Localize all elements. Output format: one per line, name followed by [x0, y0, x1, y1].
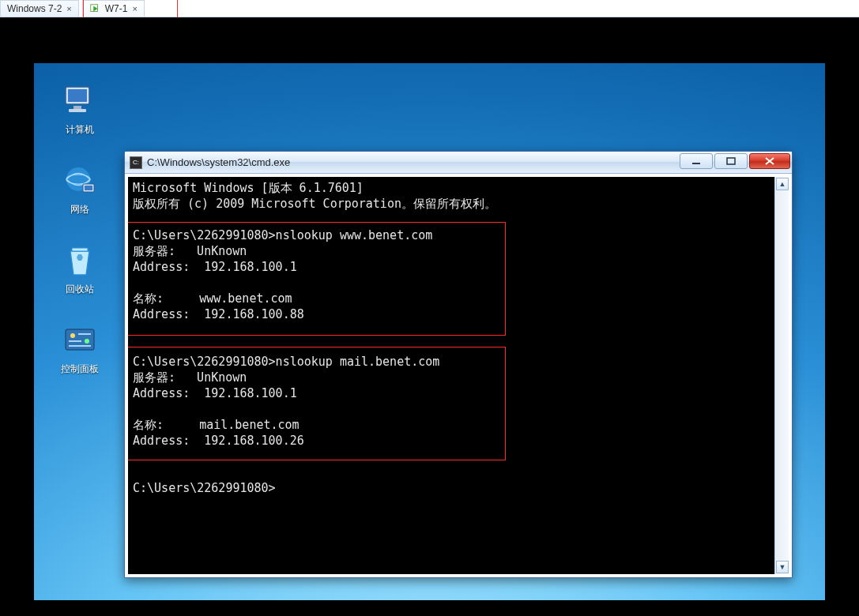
cmd-line: Address: 192.168.100.26: [133, 434, 304, 448]
icon-label: 控制面板: [61, 362, 99, 376]
cmd-line: C:\Users\2262991080>nslookup www.benet.c…: [133, 228, 432, 242]
svg-point-12: [70, 333, 75, 338]
svg-rect-11: [66, 329, 94, 350]
tab-label: W7-1: [105, 3, 128, 14]
cmd-line: Microsoft Windows [版本 6.1.7601]: [133, 181, 364, 195]
window-controls: [680, 153, 790, 169]
tab-label: Windows 7-2: [7, 3, 62, 14]
cmd-line: Address: 192.168.100.88: [133, 307, 304, 321]
cmd-scrollbar-vertical[interactable]: ▲ ▼: [774, 177, 789, 574]
cmd-line: 服务器: UnKnown: [133, 244, 247, 258]
minimize-button[interactable]: [680, 153, 713, 169]
close-button[interactable]: [749, 153, 790, 169]
host-tabstrip: Windows 7-2 × W7-1 ×: [0, 0, 859, 17]
close-icon: [764, 156, 775, 166]
cmd-icon: C:: [130, 156, 142, 169]
svg-rect-4: [73, 106, 81, 109]
svg-rect-20: [727, 158, 735, 164]
maximize-button[interactable]: [714, 153, 748, 169]
svg-rect-16: [69, 345, 91, 347]
cmd-line: 版权所有 (c) 2009 Microsoft Corporation。保留所有…: [133, 197, 496, 211]
desktop-icon-network[interactable]: 网络: [48, 162, 111, 216]
desktop-icon-computer[interactable]: 计算机: [48, 82, 111, 137]
desktop-icons: 计算机 网络 回收站 控制面板: [48, 82, 111, 376]
icon-label: 回收站: [66, 283, 94, 296]
svg-point-15: [85, 339, 89, 344]
maximize-icon: [726, 157, 736, 165]
cmd-title: C:\Windows\system32\cmd.exe: [147, 156, 290, 168]
desktop-icon-recycle-bin[interactable]: 回收站: [48, 242, 111, 296]
host-tab-windows-7-2[interactable]: Windows 7-2 ×: [0, 0, 79, 17]
close-icon[interactable]: ×: [66, 4, 71, 13]
cmd-line: 服务器: UnKnown: [133, 370, 247, 385]
computer-icon: [61, 82, 99, 120]
windows-desktop[interactable]: 计算机 网络 回收站 控制面板: [34, 63, 825, 600]
cmd-line: Address: 192.168.100.1: [133, 260, 297, 274]
cmd-line: C:\Users\2262991080>nslookup mail.benet.…: [133, 355, 439, 369]
cmd-titlebar[interactable]: C: C:\Windows\system32\cmd.exe: [125, 152, 792, 174]
scroll-down-button[interactable]: ▼: [776, 561, 789, 573]
svg-rect-13: [78, 333, 91, 335]
svg-rect-14: [69, 340, 81, 342]
icon-label: 计算机: [66, 123, 94, 137]
svg-rect-9: [85, 186, 92, 190]
cmd-window: C: C:\Windows\system32\cmd.exe Microsoft…: [124, 151, 793, 578]
network-icon: [61, 162, 99, 200]
cmd-line: 名称: www.benet.com: [133, 291, 292, 306]
minimize-icon: [691, 157, 701, 165]
icon-label: 网络: [70, 203, 89, 216]
desktop-icon-control-panel[interactable]: 控制面板: [48, 321, 111, 376]
vm-running-icon: [89, 3, 100, 14]
host-tab-w7-1[interactable]: W7-1 ×: [82, 0, 145, 17]
cmd-client-area: Microsoft Windows [版本 6.1.7601] 版权所有 (c)…: [125, 174, 792, 577]
cmd-line: C:\Users\2262991080>: [133, 481, 276, 495]
cmd-output[interactable]: Microsoft Windows [版本 6.1.7601] 版权所有 (c)…: [128, 177, 774, 574]
scroll-up-button[interactable]: ▲: [776, 178, 789, 190]
recycle-bin-icon: [61, 242, 99, 280]
svg-rect-10: [72, 248, 88, 251]
close-icon[interactable]: ×: [132, 4, 137, 13]
svg-rect-5: [69, 109, 86, 112]
svg-rect-19: [692, 163, 700, 164]
cmd-line: 名称: mail.benet.com: [133, 418, 300, 432]
vm-stage: 计算机 网络 回收站 控制面板: [0, 17, 859, 616]
cmd-line: Address: 192.168.100.1: [133, 386, 297, 400]
svg-rect-3: [68, 89, 87, 102]
control-panel-icon: [61, 321, 99, 359]
